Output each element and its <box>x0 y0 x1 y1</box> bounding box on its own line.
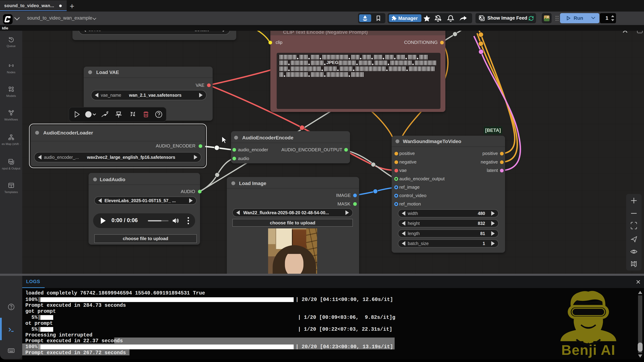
svg-text:Benji AI: Benji AI <box>561 342 615 358</box>
